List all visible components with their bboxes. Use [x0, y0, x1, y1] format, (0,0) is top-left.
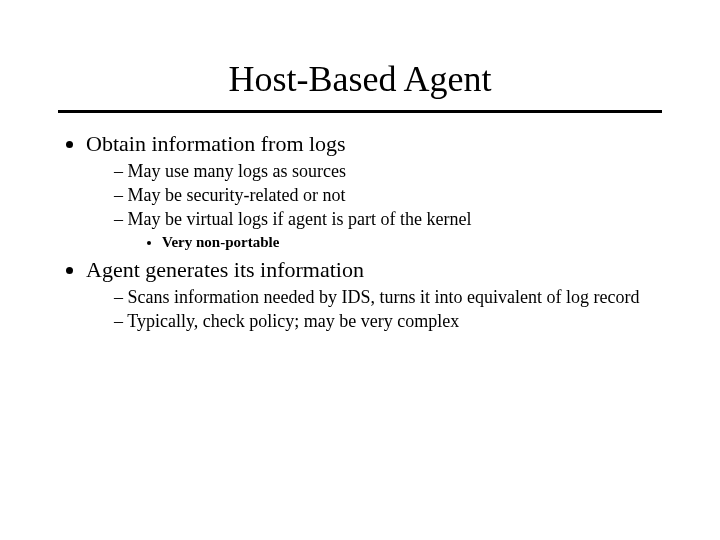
slide-title: Host-Based Agent — [0, 58, 720, 100]
subsub-list: Very non-portable — [114, 234, 662, 251]
sub-item: May be virtual logs if agent is part of … — [114, 209, 662, 251]
sub-item: May use many logs as sources — [114, 161, 662, 182]
title-rule — [58, 110, 662, 113]
bullet-list: Obtain information from logs May use man… — [58, 131, 662, 332]
sub-list: May use many logs as sources May be secu… — [86, 161, 662, 251]
bullet-item: Agent generates its information Scans in… — [86, 257, 662, 332]
slide-content: Obtain information from logs May use man… — [58, 131, 662, 332]
sub-item: Typically, check policy; may be very com… — [114, 311, 662, 332]
sub-item: Scans information needed by IDS, turns i… — [114, 287, 662, 308]
sub-item: May be security-related or not — [114, 185, 662, 206]
bullet-text: Agent generates its information — [86, 257, 364, 282]
sub-list: Scans information needed by IDS, turns i… — [86, 287, 662, 332]
slide: Host-Based Agent Obtain information from… — [0, 58, 720, 540]
bullet-text: Obtain information from logs — [86, 131, 346, 156]
sub-text: May be virtual logs if agent is part of … — [128, 209, 472, 229]
subsub-item: Very non-portable — [162, 234, 662, 251]
bullet-item: Obtain information from logs May use man… — [86, 131, 662, 251]
